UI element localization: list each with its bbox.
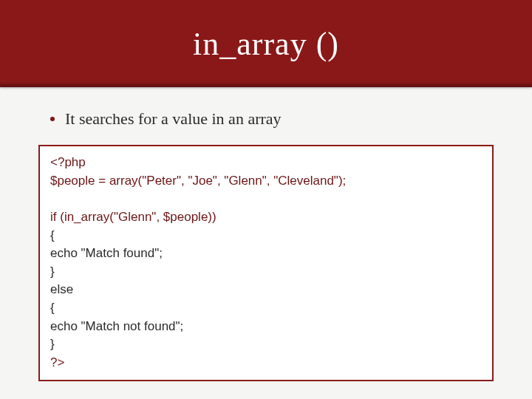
code-block: <?php $people = array("Peter", "Joe", "G…: [38, 145, 494, 381]
slide-header: in_array (): [0, 0, 532, 87]
code-line: {: [50, 301, 55, 315]
code-line: if (in_array("Glenn", $people)): [50, 210, 216, 224]
code-line: ?>: [50, 355, 64, 369]
code-line: {: [50, 228, 55, 242]
code-line: else: [50, 282, 73, 296]
code-line: $people = array("Peter", "Joe", "Glenn",…: [50, 174, 346, 188]
code-line: }: [50, 337, 55, 351]
code-line: }: [50, 265, 55, 279]
slide-title: in_array (): [193, 25, 339, 63]
code-line: echo "Match not found";: [50, 319, 183, 333]
bullet-dot-icon: [50, 117, 55, 121]
bullet-text: It searches for a value in an array: [65, 109, 282, 129]
slide-content: It searches for a value in an array <?ph…: [0, 87, 532, 381]
bullet-item: It searches for a value in an array: [50, 109, 495, 129]
code-line: echo "Match found";: [50, 246, 163, 260]
code-line: <?php: [50, 155, 86, 169]
